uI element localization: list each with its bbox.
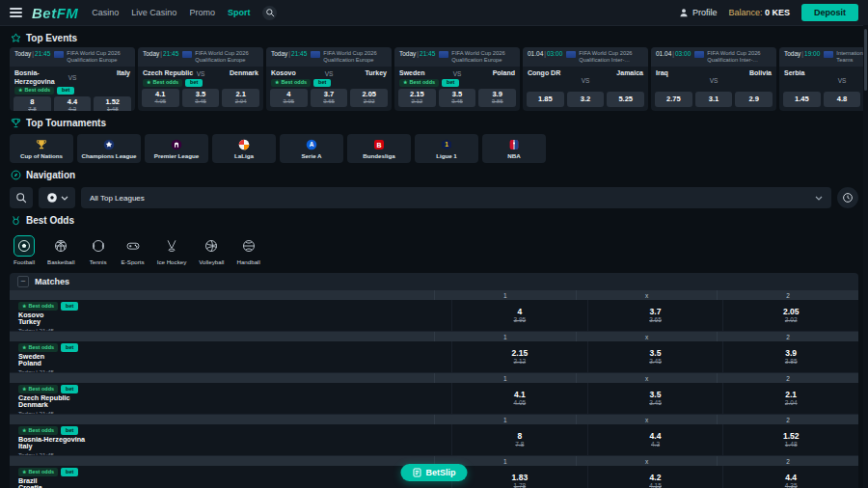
match-info[interactable]: ★Best oddsbet Sweden Poland Today | 21:4… xyxy=(10,341,451,372)
tournament-nba[interactable]: NBA xyxy=(482,134,546,163)
nav-item-live-casino[interactable]: Live Casino xyxy=(131,8,176,17)
event-card[interactable]: Today|21:45 FIFA World Cup 2026 Qualific… xyxy=(266,47,392,111)
bet-badge: bet xyxy=(61,343,78,352)
odds-button-draw[interactable]: 3.1 xyxy=(695,92,733,107)
odds-cell-2[interactable]: 3.93.85 xyxy=(722,341,858,372)
odds-button-home[interactable]: 1.45 xyxy=(783,92,821,107)
search-button[interactable] xyxy=(10,187,33,208)
odds-cell-2[interactable]: 2.052.02 xyxy=(722,300,858,331)
odds-cell-x[interactable]: 3.53.45 xyxy=(587,383,723,414)
home-team: Congo DR xyxy=(528,69,579,91)
sport-filter-dropdown[interactable] xyxy=(39,187,75,208)
star-icon: ★ xyxy=(147,80,150,85)
football-icon xyxy=(46,192,58,203)
odds-cell-2[interactable]: 4.44.35 xyxy=(722,466,858,488)
home-team: Sweden xyxy=(18,353,443,361)
match-info[interactable]: ★Best oddsbet Kosovo Turkey Today | 21:4… xyxy=(10,300,451,331)
menu-icon[interactable] xyxy=(10,8,22,17)
odds-cell-1[interactable]: 87.8 xyxy=(451,424,587,455)
odds-button-away[interactable]: 2.052.02 xyxy=(350,89,388,107)
event-card[interactable]: 01.04|03:00 FIFA World Cup 2026 Qualific… xyxy=(523,47,648,111)
nav-item-casino[interactable]: Casino xyxy=(92,8,119,17)
bet-badge: bet xyxy=(61,302,78,311)
odds-button-away[interactable]: 2.12.04 xyxy=(222,89,259,107)
tournament-ligue-1[interactable]: 1 Ligue 1 xyxy=(415,134,478,163)
tournament-laliga[interactable]: LaLiga xyxy=(212,134,276,163)
league-dropdown-value: All Top Leagues xyxy=(90,194,145,203)
collapse-icon[interactable]: – xyxy=(17,276,29,287)
nav-item-promo[interactable]: Promo xyxy=(189,8,215,17)
betslip-button[interactable]: BetSlip xyxy=(400,464,467,481)
odds-cell-1[interactable]: 43.95 xyxy=(451,300,587,331)
odds-button-away[interactable]: 1.521.48 xyxy=(94,96,131,111)
tab-esports[interactable]: E-Sports xyxy=(122,235,145,265)
tab-basketball[interactable]: Basketball xyxy=(47,235,75,265)
odds-button-draw[interactable]: 3.73.65 xyxy=(311,89,348,107)
nav-item-sport[interactable]: Sport xyxy=(228,8,251,17)
tab-ice-hockey[interactable]: Ice Hockey xyxy=(157,235,187,265)
column-header-x: x xyxy=(576,332,718,341)
column-header-x: x xyxy=(576,456,718,466)
tab-handball[interactable]: Handball xyxy=(236,235,259,265)
odds-button-away[interactable]: 5.25 xyxy=(607,92,644,107)
odds-cell-x[interactable]: 4.44.3 xyxy=(587,424,723,455)
league-dropdown[interactable]: All Top Leagues xyxy=(81,187,831,208)
match-info[interactable]: ★Best oddsbet Czech Republic Denmark Tod… xyxy=(10,383,451,414)
profile-button[interactable]: Profile xyxy=(679,8,718,17)
tournament-premier-league[interactable]: Premier League xyxy=(145,134,208,163)
odds-button-home[interactable]: 4.14.05 xyxy=(142,89,179,107)
home-team: Iraq xyxy=(656,69,707,91)
event-card[interactable]: Today|19:00 International Friendly Teams… xyxy=(779,47,868,111)
odds-cell-1[interactable]: 2.152.12 xyxy=(451,341,587,372)
champions-league-icon xyxy=(103,139,115,150)
deposit-button[interactable]: Deposit xyxy=(801,4,858,21)
compass-icon xyxy=(11,170,21,180)
away-team: Italy xyxy=(18,443,443,450)
odds-button-home[interactable]: 2.75 xyxy=(655,92,692,107)
tournament-serie-a[interactable]: A Serie A xyxy=(280,134,343,163)
odds-cell-x[interactable]: 3.53.45 xyxy=(587,341,723,372)
tab-football[interactable]: Football xyxy=(14,235,35,265)
event-date: Today|21:45 xyxy=(399,50,435,57)
match-info[interactable]: ★Best oddsbet Bosnia-Herzegovina Italy T… xyxy=(10,424,451,455)
odds-cell-x[interactable]: 3.73.65 xyxy=(587,300,723,331)
odds-button-home[interactable]: 43.95 xyxy=(270,89,308,107)
odds-cell-1[interactable]: 1.831.78 xyxy=(451,466,587,488)
odds-button-home[interactable]: 1.85 xyxy=(527,92,564,107)
odds-button-away[interactable]: 3.93.85 xyxy=(478,89,516,107)
scrollbar[interactable] xyxy=(863,25,868,488)
search-icon[interactable] xyxy=(262,6,277,20)
odds-cell-1[interactable]: 4.14.05 xyxy=(451,383,587,414)
logo[interactable]: BetFM xyxy=(32,5,78,21)
tab-volleyball[interactable]: Volleyball xyxy=(199,235,224,265)
medal-icon xyxy=(11,215,21,226)
tournament-cup-of-nations[interactable]: Cup of Nations xyxy=(10,134,73,163)
tournament-champions-league[interactable]: Champions League xyxy=(77,134,141,163)
league-flag-icon xyxy=(54,51,64,58)
tournament-bundesliga[interactable]: B Bundesliga xyxy=(347,134,411,163)
home-team: Serbia xyxy=(784,69,835,91)
odds-cell-x[interactable]: 4.24.15 xyxy=(587,466,723,488)
tab-tennis[interactable]: Tennis xyxy=(88,235,109,265)
odds-button-draw[interactable]: 3.2 xyxy=(567,92,605,107)
odds-button-draw[interactable]: 4.44.3 xyxy=(54,96,92,111)
event-card[interactable]: Today|21:45 FIFA World Cup 2026 Qualific… xyxy=(394,47,520,111)
match-time: Today | 21:45 xyxy=(18,368,443,372)
odds-button-home[interactable]: 2.152.12 xyxy=(398,89,436,107)
vs-label: VS xyxy=(710,77,719,84)
event-card[interactable]: Today|21:45 FIFA World Cup 2026 Qualific… xyxy=(10,47,135,111)
match-info[interactable]: ★Best oddsbet Brazil Croatia 01.04 | 03:… xyxy=(10,466,451,488)
odds-button-away[interactable]: 2.9 xyxy=(735,92,773,107)
odds-button-home[interactable]: 87.8 xyxy=(14,96,51,111)
odds-cell-2[interactable]: 2.12.04 xyxy=(722,383,858,414)
event-card[interactable]: Today|21:45 FIFA World Cup 2026 Qualific… xyxy=(138,47,263,111)
event-card[interactable]: 01.04|03:00 FIFA World Cup 2026 Qualific… xyxy=(651,47,776,111)
odds-button-draw[interactable]: 3.53.45 xyxy=(439,89,476,107)
scrollbar-thumb[interactable] xyxy=(864,29,867,91)
odds-button-draw[interactable]: 3.53.45 xyxy=(182,89,220,107)
matches-header[interactable]: – Matches xyxy=(10,273,858,290)
column-header-x: x xyxy=(576,373,718,383)
odds-cell-2[interactable]: 1.521.48 xyxy=(722,424,858,455)
odds-button-draw[interactable]: 4.8 xyxy=(824,92,861,107)
history-button[interactable] xyxy=(837,187,858,208)
